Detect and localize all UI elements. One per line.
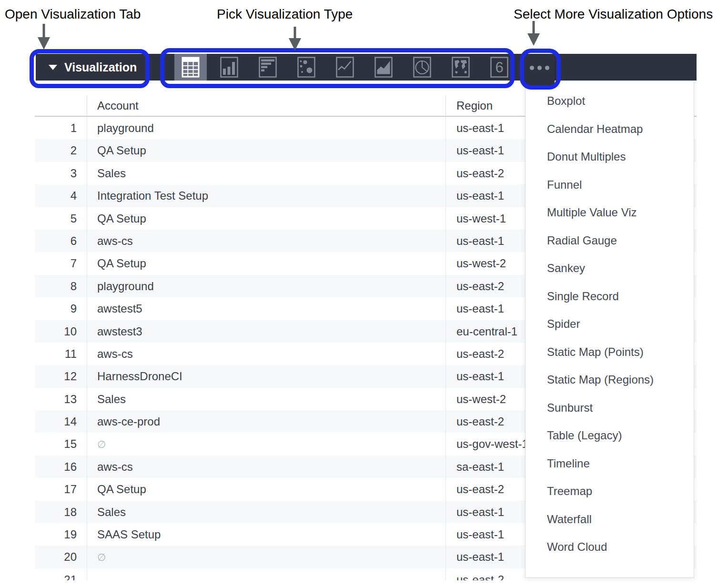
menu-item-sunburst[interactable]: Sunburst [526,394,694,422]
account-cell: awstest3 [87,320,445,343]
row-number-cell: 5 [35,207,87,230]
account-cell: Sales [87,388,445,410]
menu-item-funnel[interactable]: Funnel [526,171,694,199]
menu-item-single-record[interactable]: Single Record [526,283,694,311]
row-number-cell: 17 [35,478,87,500]
screenshot-stage: Open Visualization Tab Pick Visualizatio… [0,0,728,587]
row-number-cell: 9 [35,297,87,320]
row-number-cell: 19 [35,523,87,546]
account-cell: Sales [87,162,445,184]
menu-item-radial-gauge[interactable]: Radial Gauge [526,227,694,255]
row-number-cell: 21 [35,568,87,580]
account-cell: aws-cs [87,343,445,365]
row-number-cell: 18 [35,501,87,523]
null-value: ∅ [97,439,106,450]
account-cell [87,568,445,580]
menu-item-static-map-regions[interactable]: Static Map (Regions) [526,366,694,394]
account-cell: HarnessDroneCI [87,365,445,387]
more-visualizations-button[interactable] [524,54,555,87]
menu-item-table-legacy[interactable]: Table (Legacy) [526,422,694,450]
scatter-icon [297,57,315,78]
menu-item-treemap[interactable]: Treemap [526,477,694,506]
row-number-cell: 11 [35,343,87,365]
visualization-tab-button[interactable]: Visualization [36,54,149,81]
viz-type-map-button[interactable] [445,54,477,81]
row-number-cell: 10 [35,320,87,343]
caret-down-icon [49,65,57,70]
pie-chart-icon [413,57,431,78]
account-cell: aws-cs [87,230,445,252]
account-cell: QA Setup [87,478,445,500]
menu-item-waterfall[interactable]: Waterfall [526,506,694,534]
viz-type-pie-chart-button[interactable] [406,54,438,81]
account-cell: Integration Test Setup [87,184,445,207]
map-icon [452,57,470,78]
account-cell: playground [87,275,445,297]
viz-type-bar-chart-button[interactable] [213,54,245,81]
account-cell: QA Setup [87,139,445,162]
visualization-toolbar: Visualization 6 [36,54,697,81]
menu-item-sankey[interactable]: Sankey [526,254,694,283]
menu-item-timeline[interactable]: Timeline [526,450,694,478]
account-cell: SAAS Setup [87,523,445,546]
row-number-cell: 12 [35,365,87,387]
menu-item-multiple-value-viz[interactable]: Multiple Value Viz [526,199,694,227]
account-cell: QA Setup [87,207,445,230]
row-number-cell: 1 [35,117,87,139]
account-cell: QA Setup [87,252,445,274]
menu-item-static-map-points[interactable]: Static Map (Points) [526,338,694,366]
account-cell: aws-ce-prod [87,410,445,433]
viz-type-counter-button[interactable]: 6 [483,54,516,81]
row-number-cell: 8 [35,275,87,297]
viz-type-area-chart-button[interactable] [367,54,400,81]
row-number-cell: 16 [35,455,87,478]
visualization-tab-label: Visualization [64,61,137,74]
row-number-cell: 3 [35,162,87,184]
ellipsis-icon [530,66,534,70]
annotation-pick-type: Pick Visualization Type [217,7,353,22]
viz-type-table-button[interactable] [174,54,207,81]
viz-type-buttons: 6 [174,54,516,81]
account-cell: aws-cs [87,455,445,478]
menu-item-donut-multiples[interactable]: Donut Multiples [526,143,694,171]
viz-type-line-chart-button[interactable] [329,54,361,81]
account-cell: Sales [87,501,445,523]
menu-item-word-cloud[interactable]: Word Cloud [526,533,694,561]
menu-item-spider[interactable]: Spider [526,310,694,338]
ellipsis-icon [545,66,549,70]
viz-type-scatter-button[interactable] [290,54,323,81]
menu-item-boxplot[interactable]: Boxplot [526,87,694,115]
row-number-cell: 13 [35,388,87,410]
account-cell: ∅ [87,546,445,568]
annotation-open-tab: Open Visualization Tab [5,7,141,22]
more-visualizations-menu: BoxplotCalendar HeatmapDonut MultiplesFu… [525,81,694,578]
bar-chart-icon [220,57,238,78]
account-cell: playground [87,117,445,139]
ellipsis-icon [537,66,542,70]
area-chart-icon [374,57,393,78]
row-number-cell: 6 [35,230,87,252]
row-number-cell: 20 [35,546,87,568]
annotation-more-options: Select More Visualization Options [514,7,713,22]
horizontal-bar-icon [259,57,277,78]
table-icon [182,57,200,78]
row-number-cell: 14 [35,410,87,433]
row-number-cell: 7 [35,252,87,274]
null-value: ∅ [97,552,106,563]
account-column-header[interactable]: Account [87,95,445,116]
row-number-cell: 15 [35,433,87,455]
viz-type-horizontal-bar-button[interactable] [252,54,284,81]
row-number-cell: 2 [35,139,87,162]
menu-item-calendar-heatmap[interactable]: Calendar Heatmap [526,115,694,143]
account-cell: awstest5 [87,297,445,320]
svg-text:6: 6 [495,59,503,76]
row-number-cell: 4 [35,184,87,207]
line-chart-icon [336,57,354,78]
account-cell: ∅ [87,433,445,455]
counter-icon: 6 [490,57,508,78]
